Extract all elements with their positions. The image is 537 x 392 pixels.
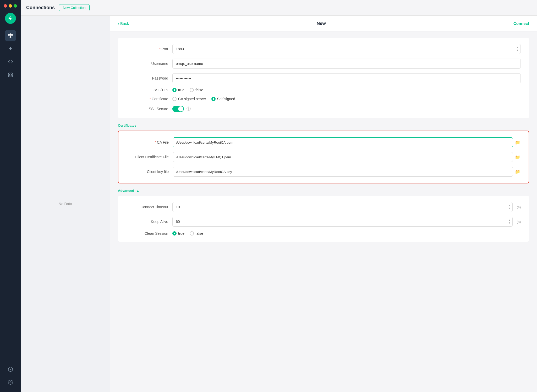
svg-rect-11 xyxy=(9,75,10,77)
ssl-tls-false-radio[interactable] xyxy=(190,88,194,92)
password-label: Password xyxy=(126,76,168,80)
sidebar-item-data[interactable] xyxy=(5,69,16,80)
maximize-button[interactable] xyxy=(14,4,17,8)
svg-rect-10 xyxy=(11,73,13,75)
client-key-browse-button[interactable]: 📁 xyxy=(515,169,520,174)
clean-session-false-label: false xyxy=(195,231,203,236)
keep-alive-spinner: ▲ ▼ xyxy=(508,219,511,224)
sidebar-item-settings[interactable] xyxy=(5,377,16,388)
form-header: ‹ Back New Connect xyxy=(110,16,537,31)
ssl-secure-label: SSL Secure xyxy=(126,107,168,111)
certificate-options: CA signed server Self signed xyxy=(172,97,235,101)
username-input[interactable] xyxy=(172,59,521,69)
client-cert-wrapper: 📁 xyxy=(173,152,520,162)
ssl-tls-false-option[interactable]: false xyxy=(190,88,203,92)
certificates-section: *CA File 📁 Client Certificate File xyxy=(118,131,529,183)
certificate-row: *Certificate CA signed server Self signe… xyxy=(126,97,521,101)
advanced-section-header: Advanced ▲ xyxy=(118,189,529,193)
cert-self-signed-label: Self signed xyxy=(217,97,235,101)
client-cert-browse-button[interactable]: 📁 xyxy=(515,155,520,160)
cert-ca-signed-label: CA signed server xyxy=(178,97,206,101)
keep-alive-increment[interactable]: ▲ xyxy=(508,219,511,221)
connect-timeout-row: Connect Timeout ▲ ▼ (s) xyxy=(126,202,521,212)
client-cert-input[interactable] xyxy=(173,152,513,162)
advanced-collapse-icon[interactable]: ▲ xyxy=(136,189,139,193)
client-key-wrapper: 📁 xyxy=(173,167,520,177)
cert-required-star: * xyxy=(150,97,151,101)
sidebar-item-code[interactable] xyxy=(5,56,16,67)
new-collection-button[interactable]: New Collection xyxy=(59,4,90,11)
password-row: Password xyxy=(126,73,521,83)
client-key-input[interactable] xyxy=(173,167,513,177)
left-panel: No Data xyxy=(21,16,110,392)
ssl-tls-true-option[interactable]: true xyxy=(172,88,184,92)
connect-timeout-input[interactable] xyxy=(172,202,513,212)
clean-session-false-radio[interactable] xyxy=(190,231,194,236)
main-container: Connections New Collection No Data ‹ Bac… xyxy=(21,0,537,392)
cert-self-signed-option[interactable]: Self signed xyxy=(211,97,235,101)
keep-alive-input[interactable] xyxy=(172,217,513,227)
timeout-decrement[interactable]: ▼ xyxy=(508,207,511,210)
port-decrement[interactable]: ▼ xyxy=(516,49,519,52)
back-label: Back xyxy=(120,21,129,26)
client-key-label: Client key file xyxy=(127,170,169,174)
connect-timeout-spinner: ▲ ▼ xyxy=(508,204,511,210)
ssl-tls-true-radio[interactable] xyxy=(172,88,177,92)
ssl-secure-info-icon[interactable]: ⓘ xyxy=(187,106,191,112)
main-form-section: *Port ▲ ▼ Username xyxy=(118,38,529,118)
connect-timeout-unit: (s) xyxy=(517,205,521,209)
cert-self-signed-radio[interactable] xyxy=(211,97,216,101)
password-input[interactable] xyxy=(172,73,521,83)
connect-button[interactable]: Connect xyxy=(513,21,529,26)
minimize-button[interactable] xyxy=(9,4,12,8)
close-button[interactable] xyxy=(4,4,7,8)
logo-icon xyxy=(7,15,14,21)
back-button[interactable]: ‹ Back xyxy=(118,21,129,26)
ssl-secure-row: SSL Secure ⓘ xyxy=(126,106,521,112)
ca-file-browse-button[interactable]: 📁 xyxy=(515,140,520,145)
advanced-form-section: Connect Timeout ▲ ▼ (s) xyxy=(118,196,529,242)
port-wrapper: ▲ ▼ xyxy=(172,44,521,54)
svg-point-16 xyxy=(10,382,11,383)
certificates-section-header: Certificates xyxy=(118,124,529,127)
code-icon xyxy=(8,59,13,64)
sidebar-item-add[interactable] xyxy=(5,43,16,54)
ssl-tls-label: SSL/TLS xyxy=(126,88,168,92)
sidebar-item-info[interactable] xyxy=(5,364,16,375)
port-spinner: ▲ ▼ xyxy=(516,46,519,52)
content-area: No Data ‹ Back New Connect xyxy=(21,16,537,392)
clean-session-options: true false xyxy=(172,231,203,236)
info-icon xyxy=(8,367,13,372)
form-body: *Port ▲ ▼ Username xyxy=(110,31,537,392)
connections-bar: Connections New Collection xyxy=(21,0,537,16)
settings-icon xyxy=(8,380,13,385)
keep-alive-wrapper: ▲ ▼ xyxy=(172,217,513,227)
data-icon xyxy=(8,72,13,77)
advanced-section-wrapper: Advanced ▲ Connect Timeout ▲ ▼ xyxy=(118,189,529,242)
ca-required-star: * xyxy=(155,140,156,144)
svg-rect-1 xyxy=(11,35,13,35)
ca-file-input[interactable] xyxy=(173,137,513,147)
cert-ca-signed-option[interactable]: CA signed server xyxy=(172,97,206,101)
connections-title: Connections xyxy=(26,5,55,10)
keep-alive-decrement[interactable]: ▼ xyxy=(508,222,511,224)
sidebar xyxy=(0,0,21,392)
timeout-increment[interactable]: ▲ xyxy=(508,204,511,207)
cert-ca-signed-radio[interactable] xyxy=(172,97,177,101)
clean-session-true-option[interactable]: true xyxy=(172,231,184,236)
port-label: *Port xyxy=(126,47,168,51)
ssl-secure-toggle[interactable] xyxy=(172,106,184,112)
clean-session-row: Clean Session true false xyxy=(126,231,521,236)
sidebar-item-connections[interactable] xyxy=(5,30,16,41)
port-increment[interactable]: ▲ xyxy=(516,46,519,49)
port-input[interactable] xyxy=(172,44,521,54)
ssl-tls-false-label: false xyxy=(195,88,203,92)
clean-session-false-option[interactable]: false xyxy=(190,231,203,236)
svg-rect-3 xyxy=(10,37,11,37)
ssl-tls-row: SSL/TLS true false xyxy=(126,88,521,92)
ssl-secure-controls: ⓘ xyxy=(172,106,191,112)
connections-icon xyxy=(8,33,13,38)
no-data-label: No Data xyxy=(59,202,72,206)
certificate-label: *Certificate xyxy=(126,97,168,101)
clean-session-true-radio[interactable] xyxy=(172,231,177,236)
